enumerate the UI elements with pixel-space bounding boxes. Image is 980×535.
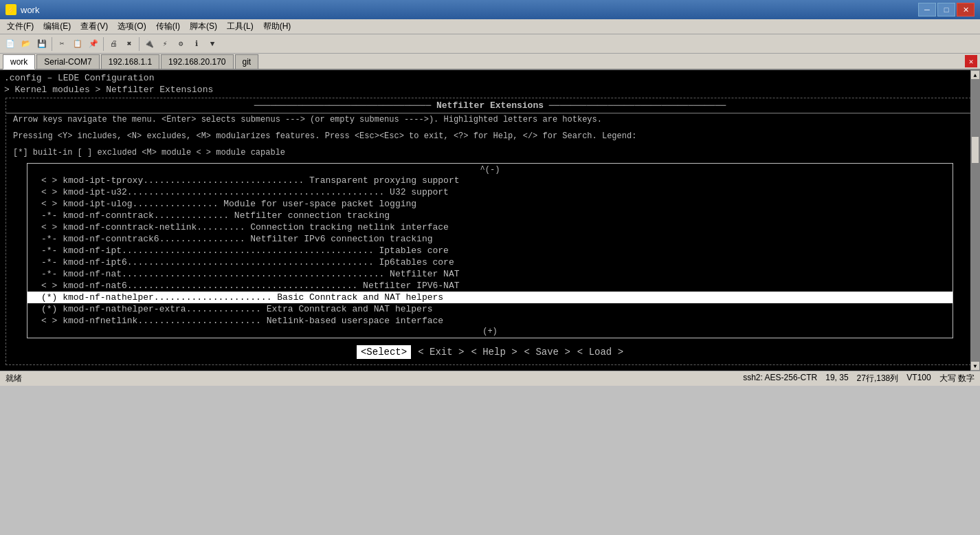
scroll-down-arrow[interactable]: ▼: [970, 361, 980, 371]
tb-save[interactable]: 💾: [34, 36, 49, 52]
breadcrumb-path: > Kernel modules > Netfilter Extensions: [4, 85, 976, 95]
status-bar: 就绪 ssh2: AES-256-CTR 19, 35 27行,138列 VT1…: [0, 371, 980, 386]
menu-edit[interactable]: 编辑(E): [39, 19, 75, 34]
close-button[interactable]: ✕: [957, 3, 975, 17]
tb-copy[interactable]: 📋: [70, 36, 85, 52]
list-item[interactable]: < > kmod-nf-nat6........................…: [27, 280, 953, 292]
tab-ip1[interactable]: 192.168.1.1: [101, 54, 159, 69]
status-ime: 大写 数字: [939, 373, 975, 384]
list-item[interactable]: < > kmod-ipt-tproxy.....................…: [27, 175, 953, 186]
help-button[interactable]: < Help >: [471, 347, 517, 358]
menu-help[interactable]: 帮助(H): [259, 19, 296, 34]
menu-bar: 文件(F) 编辑(E) 查看(V) 选项(O) 传输(I) 脚本(S) 工具(L…: [0, 19, 980, 34]
list-item[interactable]: < > kmod-ipt-u32........................…: [27, 186, 953, 198]
tb-connect[interactable]: 🔌: [142, 36, 157, 52]
status-right: ssh2: AES-256-CTR 19, 35 27行,138列 VT100 …: [743, 373, 975, 384]
tb-disconnect[interactable]: ⚡: [157, 36, 172, 52]
tb-print[interactable]: 🖨: [106, 36, 121, 52]
status-pos: 19, 35: [825, 373, 848, 384]
menu-options[interactable]: 选项(O): [113, 19, 150, 34]
tb-open[interactable]: 📂: [19, 36, 34, 52]
scroll-up-arrow[interactable]: ▲: [970, 70, 980, 80]
tb-cut[interactable]: ✂: [54, 36, 69, 52]
close-session-button[interactable]: ✕: [965, 55, 977, 67]
exit-button[interactable]: < Exit >: [418, 347, 464, 358]
list-item[interactable]: -*- kmod-nf-conntrack6................ N…: [27, 233, 953, 245]
list-item[interactable]: < > kmod-ipt-ulog................ Module…: [27, 198, 953, 210]
tb-cancel[interactable]: ✖: [122, 36, 137, 52]
list-item[interactable]: -*- kmod-nf-conntrack.............. Netf…: [27, 210, 953, 221]
menu-script[interactable]: 脚本(S): [186, 19, 221, 34]
tab-ip2[interactable]: 192.168.20.170: [161, 54, 233, 69]
load-button[interactable]: < Load >: [577, 347, 623, 358]
tb-sep2: [103, 37, 104, 51]
maximize-button[interactable]: □: [937, 3, 955, 17]
menu-file[interactable]: 文件(F): [3, 19, 38, 34]
tb-new[interactable]: 📄: [3, 36, 18, 52]
scroll-track[interactable]: [970, 80, 980, 361]
help-text-3: [*] built-in [ ] excluded <M> module < >…: [6, 146, 974, 159]
list-item[interactable]: -*- kmod-nf-nat.........................…: [27, 268, 953, 280]
tb-settings[interactable]: ⚙: [173, 36, 188, 52]
tab-serial[interactable]: Serial-COM7: [36, 54, 99, 69]
menu-view[interactable]: 查看(V): [76, 19, 112, 34]
config-outer-border: ───────────────────────────────── Netfil…: [5, 98, 975, 365]
tb-sep3: [139, 37, 140, 51]
save-button[interactable]: < Save >: [524, 347, 570, 358]
help-text-2: Pressing <Y> includes, <N> excludes, <M>…: [6, 130, 974, 142]
status-ssh: ssh2: AES-256-CTR: [743, 373, 817, 384]
tb-info[interactable]: ℹ: [189, 36, 204, 52]
select-button[interactable]: <Select>: [357, 345, 411, 359]
main-wrapper: .config – LEDE Configuration > Kernel mo…: [0, 70, 980, 371]
breadcrumb-config: .config – LEDE Configuration: [4, 73, 976, 83]
terminal-area[interactable]: .config – LEDE Configuration > Kernel mo…: [0, 70, 980, 371]
button-bar: <Select> < Exit > < Help > < Save > < Lo…: [6, 340, 974, 364]
tab-bar: work Serial-COM7 192.168.1.1 192.168.20.…: [0, 54, 980, 70]
scroll-thumb[interactable]: [971, 136, 979, 164]
panel-title: ───────────────────────────────── Netfil…: [6, 98, 974, 113]
tb-paste[interactable]: 📌: [86, 36, 101, 52]
list-item[interactable]: -*- kmod-nf-ipt.........................…: [27, 245, 953, 256]
help-text-1: Arrow keys navigate the menu. <Enter> se…: [6, 113, 974, 126]
content-area: .config – LEDE Configuration > Kernel mo…: [0, 70, 980, 371]
toolbar: 📄 📂 💾 ✂ 📋 📌 🖨 ✖ 🔌 ⚡ ⚙ ℹ ▼: [0, 34, 980, 54]
window-controls: ─ □ ✕: [918, 3, 975, 17]
tab-git[interactable]: git: [235, 54, 259, 69]
list-item[interactable]: -*- kmod-nf-ipt6........................…: [27, 256, 953, 268]
status-ready: 就绪: [5, 373, 22, 384]
menu-transfer[interactable]: 传输(I): [152, 19, 184, 34]
menu-tools[interactable]: 工具(L): [223, 19, 258, 34]
status-lines: 27行,138列: [857, 373, 899, 384]
status-vt: VT100: [906, 373, 931, 384]
list-item[interactable]: < > kmod-nf-conntrack-netlink......... C…: [27, 221, 953, 233]
list-item[interactable]: < > kmod-nfnetlink......................…: [27, 315, 953, 327]
minimize-button[interactable]: ─: [918, 3, 936, 17]
list-item-selected[interactable]: (*) kmod-nf-nathelper...................…: [27, 292, 953, 303]
tb-more[interactable]: ▼: [205, 36, 220, 52]
menu-list: < > kmod-ipt-tproxy.....................…: [27, 175, 953, 327]
scroll-up-indicator: ^(-): [27, 165, 953, 175]
scroll-down-indicator: (+): [27, 327, 953, 336]
tab-work[interactable]: work: [3, 54, 35, 69]
scrollbar[interactable]: ▲ ▼: [970, 70, 980, 371]
title-bar: ⚡ work ─ □ ✕: [0, 0, 980, 19]
app-icon: ⚡: [5, 4, 16, 15]
tb-sep1: [52, 37, 52, 51]
list-item[interactable]: (*) kmod-nf-nathelper-extra.............…: [27, 303, 953, 315]
title-left: ⚡ work: [5, 4, 39, 15]
window-title: work: [21, 5, 39, 15]
menu-panel: ^(-) < > kmod-ipt-tproxy................…: [27, 163, 953, 338]
